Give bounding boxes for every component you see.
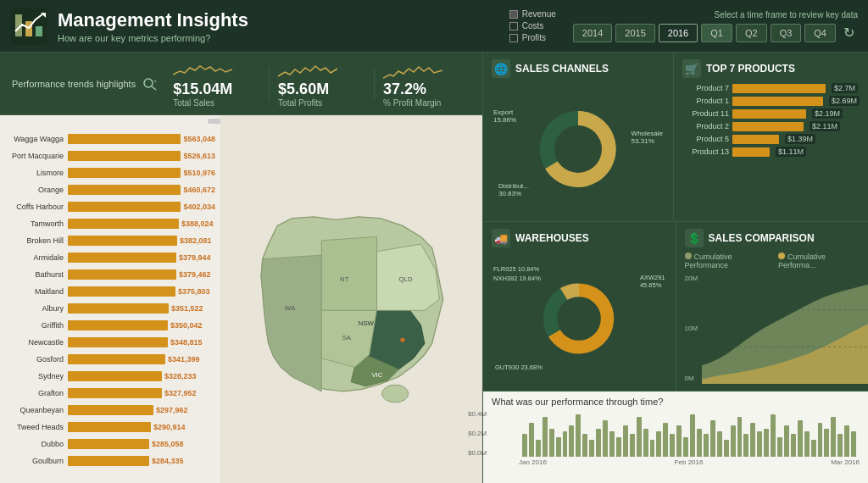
wholesale-label: Wholesale53.31% bbox=[632, 130, 663, 145]
bottom-bar bbox=[798, 420, 803, 457]
bar-value: $379,944 bbox=[179, 253, 211, 262]
year-2014-btn[interactable]: 2014 bbox=[573, 24, 612, 42]
bar-city-name: Sydney bbox=[7, 372, 68, 380]
year-2015-btn[interactable]: 2015 bbox=[615, 24, 654, 42]
bottom-bar bbox=[616, 437, 621, 457]
bar-row: Maitland $375,803 bbox=[7, 283, 215, 299]
bar-fill bbox=[68, 253, 176, 263]
bottom-bar bbox=[522, 434, 527, 457]
donut-chart-svg bbox=[523, 94, 633, 204]
bar-value: $402,034 bbox=[183, 203, 215, 211]
product-row: Product 5 $1.39M bbox=[682, 134, 860, 144]
bar-value: $285,058 bbox=[152, 440, 184, 448]
bottom-bar bbox=[596, 429, 601, 457]
bottom-bar bbox=[804, 431, 810, 457]
bar-row: Coffs Harbour $402,034 bbox=[7, 198, 215, 214]
year-2016-btn[interactable]: 2016 bbox=[659, 24, 698, 42]
right-top-row: 🌐 SALES CHANNELS Expor bbox=[483, 53, 868, 222]
bar-fill bbox=[68, 320, 168, 330]
bar-value: $297,962 bbox=[156, 406, 188, 414]
svg-point-7 bbox=[382, 385, 409, 402]
legend-costs-label: Costs bbox=[522, 21, 544, 31]
bottom-bar bbox=[683, 437, 688, 457]
right-panel: 🌐 SALES CHANNELS Expor bbox=[483, 53, 868, 483]
product-row: Product 1 $2.69M bbox=[682, 96, 860, 106]
warehouse-donut-svg bbox=[528, 268, 630, 369]
bar-chart: ▽ ⊞ ⋯ Wagga Wagga $563,048 Port Macquari… bbox=[0, 115, 220, 483]
bar-value: $382,081 bbox=[180, 236, 212, 245]
bar-value: $350,042 bbox=[170, 321, 203, 330]
title-block: Management Insights How are our key metr… bbox=[58, 9, 509, 43]
product-row: Product 7 $2.7M bbox=[682, 83, 860, 93]
bar-value: $327,952 bbox=[164, 389, 197, 397]
bar-city-name: Goulburn bbox=[7, 457, 68, 465]
bar-fill bbox=[68, 151, 181, 161]
bottom-bar bbox=[589, 440, 594, 457]
bar-value: $379,462 bbox=[179, 270, 211, 279]
product-name: Product 1 bbox=[682, 97, 729, 105]
bar-value: $388,024 bbox=[181, 219, 214, 228]
svg-point-9 bbox=[390, 370, 394, 375]
bottom-bar bbox=[771, 414, 776, 457]
bar-fill bbox=[68, 456, 149, 466]
bottom-bar bbox=[637, 417, 642, 457]
bar-value: $510,976 bbox=[183, 169, 215, 177]
scroll-bar[interactable] bbox=[208, 119, 221, 124]
dollar-icon: 💲 bbox=[685, 229, 704, 247]
bottom-bar bbox=[831, 417, 836, 457]
search-icon[interactable] bbox=[142, 77, 159, 91]
app-logo bbox=[10, 8, 47, 45]
bar-row: Albury $351,522 bbox=[7, 300, 215, 316]
warehouses-section: 🚚 WAREHOUSES FLR025 10.84%NXH382 19 bbox=[483, 222, 676, 391]
comparison-legend: Cumulative Performance Cumulative Perfor… bbox=[685, 253, 860, 269]
bar-city-name: Griffith bbox=[7, 321, 68, 330]
kpi-profits-value: $5.60M bbox=[278, 80, 329, 98]
bottom-perf-title: What was our performance through time? bbox=[492, 397, 860, 407]
q2-btn[interactable]: Q2 bbox=[736, 24, 767, 42]
bottom-bar bbox=[697, 429, 702, 457]
bar-row: Wagga Wagga $563,048 bbox=[7, 130, 215, 147]
bar-value: $563,048 bbox=[183, 135, 215, 143]
bottom-bar bbox=[777, 437, 782, 457]
aus-map-svg: NSW WA QLD NT SA VIC bbox=[233, 134, 469, 465]
bar-city-name: Broken Hill bbox=[7, 236, 68, 245]
bar-city-name: Orange bbox=[7, 186, 68, 194]
product-bar bbox=[732, 97, 823, 106]
bottom-bar-chart bbox=[519, 410, 860, 457]
svg-point-16 bbox=[554, 125, 602, 173]
sales-channels-donut: Export15.86% Wholesale53.31% Distribut..… bbox=[492, 83, 665, 214]
bar-row: Gosford $341,399 bbox=[7, 351, 215, 367]
svg-text:QLD: QLD bbox=[399, 275, 413, 282]
bar-fill bbox=[68, 168, 181, 178]
svg-text:SA: SA bbox=[342, 334, 352, 341]
bottom-bar bbox=[737, 417, 743, 457]
bar-value: $348,815 bbox=[170, 338, 203, 347]
sales-comparison-title: 💲 SALES COMPARISON bbox=[685, 229, 860, 247]
legend-costs-box bbox=[509, 22, 518, 31]
bottom-bar bbox=[757, 431, 762, 457]
q3-btn[interactable]: Q3 bbox=[771, 24, 802, 42]
bar-rows-container: Wagga Wagga $563,048 Port Macquarie $526… bbox=[7, 130, 215, 469]
bar-row: Orange $460,672 bbox=[7, 181, 215, 197]
q4-btn[interactable]: Q4 bbox=[804, 24, 836, 42]
product-name: Product 13 bbox=[682, 147, 729, 156]
q1-btn[interactable]: Q1 bbox=[701, 24, 732, 42]
refresh-icon[interactable]: ↻ bbox=[839, 24, 858, 42]
warehouses-donut: FLR025 10.84%NXH382 19.84% AXW29145.65% … bbox=[492, 253, 667, 384]
bottom-bar bbox=[630, 434, 635, 457]
kpi-sales-label: Total Sales bbox=[173, 98, 214, 108]
bottom-bar bbox=[784, 425, 789, 457]
chart-area: ▽ ⊞ ⋯ Wagga Wagga $563,048 Port Macquari… bbox=[0, 115, 482, 483]
bar-city-name: Tweed Heads bbox=[7, 423, 68, 431]
timeframe-buttons: 2014 2015 2016 Q1 Q2 Q3 Q4 ↻ bbox=[573, 24, 858, 42]
bottom-bar bbox=[623, 425, 628, 457]
perf2-dot bbox=[778, 253, 785, 259]
distrib-label: Distribut...30.83% bbox=[498, 182, 529, 197]
perf-trends-label: Performance trends highlights bbox=[12, 79, 136, 89]
bar-row: Lismore $510,976 bbox=[7, 164, 215, 180]
legend-profits-box bbox=[509, 34, 518, 42]
bar-value: $341,399 bbox=[168, 355, 200, 364]
right-mid-row: 🚚 WAREHOUSES FLR025 10.84%NXH382 19 bbox=[483, 222, 868, 391]
product-bar bbox=[732, 109, 806, 119]
legend-costs: Costs bbox=[509, 21, 556, 31]
